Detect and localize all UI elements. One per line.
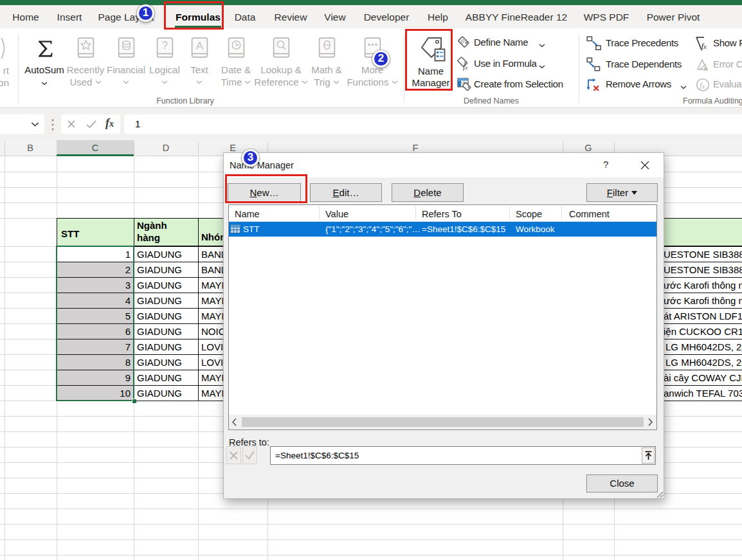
svg-text:fx: fx xyxy=(463,63,467,71)
svg-text:A: A xyxy=(195,40,203,52)
svg-text:?: ? xyxy=(162,40,168,51)
svg-text:fx: fx xyxy=(701,41,707,51)
svg-text:fx: fx xyxy=(700,80,705,90)
